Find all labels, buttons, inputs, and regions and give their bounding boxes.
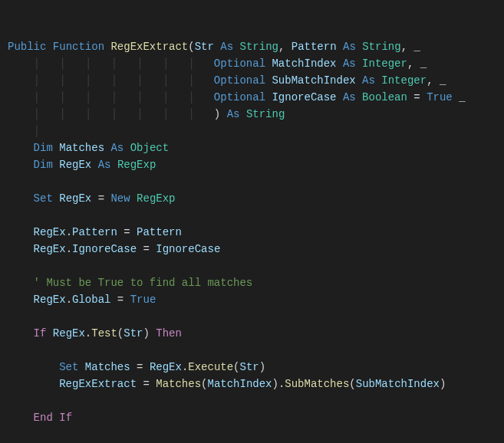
variable: RegExExtract [59, 378, 137, 390]
eq: = [407, 91, 427, 103]
eq: = [137, 378, 156, 390]
keyword: Dim [34, 159, 53, 171]
code-line [8, 428, 14, 441]
method: Execute [188, 361, 233, 373]
variable: IgnoreCase [156, 243, 220, 255]
paren: ) [214, 108, 220, 120]
cont: , _ [407, 57, 427, 70]
code-line: Dim RegEx As RegExp [8, 159, 156, 171]
code-line: Set Matches = RegEx.Execute(Str) [8, 361, 265, 373]
method: SubMatches [285, 378, 349, 390]
eq: = [110, 294, 130, 306]
dot: . [66, 243, 72, 255]
paren: ( [188, 41, 194, 53]
cont: , _ [427, 74, 446, 87]
paren: ( [117, 327, 124, 340]
code-line: ' Must be True to find all matches [8, 277, 252, 289]
keyword-end: End [34, 412, 53, 424]
paren: ( [349, 378, 355, 390]
type: Boolean [362, 91, 407, 103]
method: Test [91, 327, 117, 340]
keyword: Set [59, 361, 78, 373]
code-line: │ │ │ │ │ │ │ Optional SubMatchIndex As … [8, 74, 446, 87]
param: MatchIndex [272, 57, 336, 70]
code-line: Set RegEx = New RegExp [8, 192, 176, 205]
eq: = [137, 243, 156, 255]
function-name: RegExExtract [110, 41, 188, 53]
keyword: Optional [214, 57, 265, 70]
code-line: │ │ │ │ │ │ │ ) As String [8, 108, 285, 120]
code-line: End If [8, 412, 72, 424]
object: RegEx [150, 361, 182, 373]
dot: . [85, 327, 91, 340]
cont: _ [453, 91, 466, 103]
keyword: New [110, 192, 130, 205]
type: String [240, 41, 278, 53]
eq: = [130, 361, 150, 373]
type: Integer [381, 74, 427, 87]
param: Str [195, 41, 214, 53]
code-line: Dim Matches As Object [8, 142, 169, 154]
code-line: RegEx.Global = True [8, 294, 156, 306]
code-line: │ │ │ │ │ │ │ Optional MatchIndex As Int… [8, 57, 427, 70]
comma: , [278, 41, 292, 53]
keyword: As [343, 41, 356, 53]
param: SubMatchIndex [272, 74, 355, 87]
keyword: Public [8, 41, 46, 53]
keyword: Optional [214, 91, 265, 103]
keyword: As [362, 74, 375, 87]
variable: Matches [85, 361, 130, 373]
code-line: If RegEx.Test(Str) Then [8, 327, 182, 340]
variable: RegEx [59, 192, 91, 205]
literal: True [427, 91, 453, 103]
dot: . [66, 226, 72, 238]
property: IgnoreCase [72, 243, 137, 255]
param: IgnoreCase [272, 91, 336, 103]
type: String [362, 41, 400, 53]
code-line [8, 260, 14, 272]
literal: True [130, 294, 156, 306]
keyword-if: If [59, 412, 72, 424]
code-line: │ │ │ │ │ │ │ Optional IgnoreCase As Boo… [8, 91, 466, 103]
keyword-if: If [34, 327, 47, 340]
keyword: As [343, 57, 356, 70]
property: Global [72, 294, 110, 306]
keyword: Dim [34, 142, 53, 154]
variable: Matches [59, 142, 104, 154]
keyword: Set [34, 192, 53, 205]
code-line: RegEx.IgnoreCase = IgnoreCase [8, 243, 220, 255]
keyword: Optional [214, 74, 265, 87]
indent-guide: │ │ │ │ │ │ │ [8, 57, 214, 70]
cont: , _ [401, 41, 420, 53]
object: RegEx [34, 243, 66, 255]
code-block: Public Function RegExExtract(Str As Stri… [8, 38, 496, 443]
keyword: As [227, 108, 240, 120]
keyword: As [343, 91, 356, 103]
variable: Pattern [137, 226, 182, 238]
code-line [8, 344, 14, 356]
object: RegEx [53, 327, 85, 340]
code-line: RegExExtract = Matches(MatchIndex).SubMa… [8, 378, 446, 390]
code-line: │ [8, 125, 40, 137]
indent-guide: │ │ │ │ │ │ │ [8, 74, 214, 87]
keyword: As [220, 41, 233, 53]
keyword-then: Then [156, 327, 182, 340]
code-line [8, 395, 14, 407]
type: Object [130, 142, 169, 154]
type: String [246, 108, 285, 120]
object: RegEx [34, 294, 66, 306]
indent-guide: │ │ │ │ │ │ │ [8, 91, 214, 103]
param: Pattern [292, 41, 337, 53]
object: RegEx [34, 226, 66, 238]
code-line: Public Function RegExExtract(Str As Stri… [8, 41, 420, 53]
arg: SubMatchIndex [356, 378, 440, 390]
arg: MatchIndex [207, 378, 272, 390]
code-line: RegEx.Pattern = Pattern [8, 226, 182, 238]
code-line [8, 209, 14, 222]
type: RegExp [117, 159, 156, 171]
paren: ( [233, 361, 239, 373]
eq: = [91, 192, 110, 205]
type: Integer [362, 57, 407, 70]
variable: RegEx [59, 159, 91, 171]
paren: ) [143, 327, 149, 340]
